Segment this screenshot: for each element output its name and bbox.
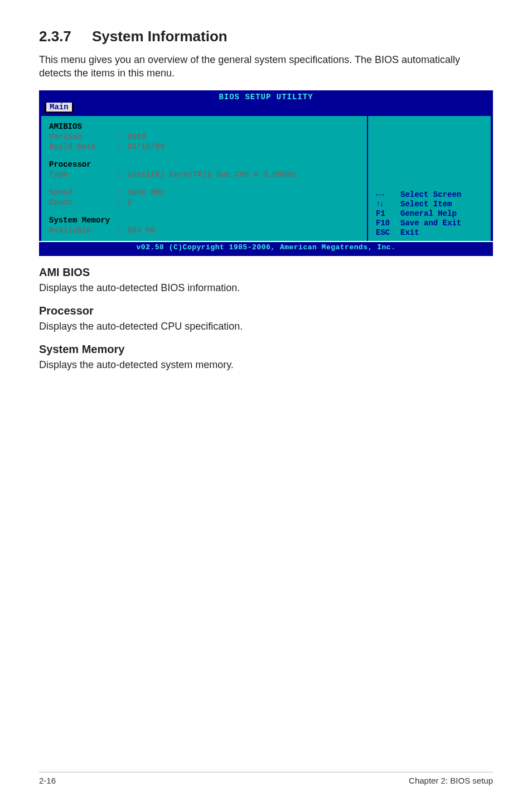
help-row: ESC Exit (376, 228, 483, 238)
bios-screen: BIOS SETUP UTILITY Main AMIBIOS Version … (39, 90, 493, 256)
help-select-screen: Select Screen (400, 190, 461, 200)
footer-page-number: 2-16 (39, 776, 56, 785)
colon: : (116, 197, 127, 207)
help-general: General Help (400, 209, 457, 219)
version-key: Version (49, 132, 116, 142)
help-row: F10 Save and Exit (376, 219, 483, 228)
tab-main[interactable]: Main (45, 103, 74, 113)
sub-ami-heading: AMI BIOS (39, 266, 493, 279)
colon: : (116, 170, 127, 180)
bios-copyright: v02.58 (C)Copyright 1985-2006, American … (39, 241, 493, 253)
help-select-item: Select Item (400, 200, 452, 209)
row-type: Type : Intel(R) Core(TM)2 Duo CPU @ 3.00… (49, 170, 359, 180)
section-title: System Information (92, 28, 228, 45)
help-key-esc: ESC (376, 228, 400, 238)
type-value: Intel(R) Core(TM)2 Duo CPU @ 3.00GHz (127, 170, 359, 180)
version-value: 0103 (127, 132, 359, 142)
available-key: Available (49, 225, 116, 235)
row-speed: Speed : 3000 MHz (49, 187, 359, 197)
sub-mem-heading: System Memory (39, 343, 493, 356)
row-version: Version : 0103 (49, 132, 359, 142)
available-value: 503 MB (127, 225, 359, 235)
section-heading: 2.3.7System Information (39, 28, 493, 45)
colon: : (116, 142, 127, 152)
bios-left-pane: AMIBIOS Version : 0103 Build Date : 01/1… (41, 116, 368, 241)
bios-right-pane: Select Screen Select Item F1 General Hel… (368, 116, 491, 241)
help-key-f10: F10 (376, 219, 400, 228)
count-value: 2 (127, 197, 359, 207)
speed-value: 3000 MHz (127, 187, 359, 197)
intro-paragraph: This menu gives you an overview of the g… (39, 53, 493, 80)
processor-label: Processor (49, 160, 116, 170)
type-key: Type (49, 170, 116, 180)
arrows-up-down-icon (376, 200, 400, 209)
builddate-key: Build Date (49, 142, 116, 152)
colon: : (116, 187, 127, 197)
help-row: Select Item (376, 200, 483, 209)
colon: : (116, 132, 127, 142)
bios-tab-bar: Main (39, 103, 493, 115)
sysmem-label: System Memory (49, 215, 110, 225)
speed-key: Speed (49, 187, 116, 197)
section-number: 2.3.7 (39, 28, 92, 45)
builddate-value: 01/15/08 (127, 142, 359, 152)
colon: : (116, 225, 127, 235)
help-exit: Exit (400, 228, 419, 238)
sub-ami-text: Displays the auto-detected BIOS informat… (39, 281, 493, 294)
help-row: Select Screen (376, 190, 483, 200)
help-key-f1: F1 (376, 209, 400, 219)
sub-proc-text: Displays the auto-detected CPU specifica… (39, 320, 493, 333)
page-footer: 2-16 Chapter 2: BIOS setup (39, 772, 493, 785)
sub-proc-heading: Processor (39, 305, 493, 317)
bios-title: BIOS SETUP UTILITY (39, 90, 493, 103)
sub-mem-text: Displays the auto-detected system memory… (39, 358, 493, 371)
row-available: Available : 503 MB (49, 225, 359, 235)
count-key: Count (49, 197, 116, 207)
help-save-exit: Save and Exit (400, 219, 461, 228)
help-list: Select Screen Select Item F1 General Hel… (376, 190, 483, 238)
arrows-left-right-icon (376, 190, 400, 200)
row-builddate: Build Date : 01/15/08 (49, 142, 359, 152)
help-row: F1 General Help (376, 209, 483, 219)
row-count: Count : 2 (49, 197, 359, 207)
amibios-label: AMIBIOS (49, 122, 116, 132)
footer-chapter: Chapter 2: BIOS setup (409, 776, 493, 785)
